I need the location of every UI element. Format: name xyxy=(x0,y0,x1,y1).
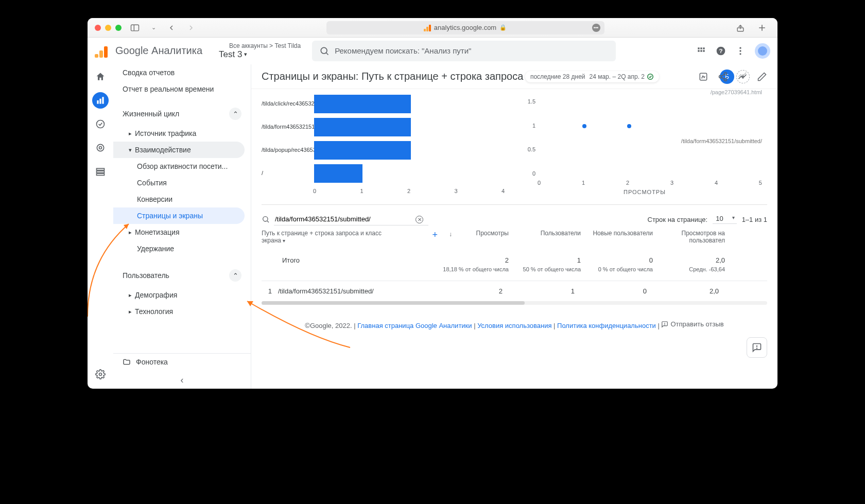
forward-button[interactable] xyxy=(184,22,198,33)
add-dimension-button[interactable]: + xyxy=(432,230,438,240)
sidebar-monetization[interactable]: ▸Монетизация xyxy=(113,224,251,240)
close-window-icon[interactable] xyxy=(95,25,101,31)
table-row[interactable]: 1 /tilda/form436532151/submitted/ 2 1 0 … xyxy=(262,281,767,301)
sidebar-eng-conversions[interactable]: Конверсии xyxy=(113,191,251,207)
col-new-users[interactable]: Новые пользователи xyxy=(586,230,658,237)
sidebar-realtime[interactable]: Отчет в реальном времени xyxy=(113,81,251,97)
col-users[interactable]: Пользователи xyxy=(514,230,586,237)
footer-feedback[interactable]: Отправить отзыв xyxy=(670,320,723,328)
search-placeholder: Рекомендуем поискать: "Анализ пути" xyxy=(335,46,471,55)
footer-link-terms[interactable]: Условия использования xyxy=(477,322,551,329)
edit-icon[interactable] xyxy=(757,72,767,82)
svg-point-36 xyxy=(724,78,727,81)
scatter-point xyxy=(582,124,586,128)
bar xyxy=(314,141,411,160)
svg-point-9 xyxy=(321,47,327,54)
table-total-row: Итого 218,18 % от общего числа 150 % от … xyxy=(262,248,767,281)
bar xyxy=(314,95,411,113)
rail-explore[interactable] xyxy=(92,116,109,132)
footer-link-home[interactable]: Главная страница Google Аналитики xyxy=(357,322,472,329)
project-selector[interactable]: Test 3 ▾ xyxy=(219,49,301,60)
more-vert-icon[interactable] xyxy=(735,46,746,56)
check-circle-icon xyxy=(647,73,654,80)
sidebar-eng-pages[interactable]: Страницы и экраны xyxy=(113,207,245,224)
svg-point-44 xyxy=(757,348,757,349)
bar-label: /tilda/form436532151/submi... xyxy=(262,124,313,130)
footer-link-privacy[interactable]: Политика конфиденциальности xyxy=(557,322,656,329)
rail-advertising[interactable] xyxy=(92,140,109,156)
sidebar-eng-events[interactable]: События xyxy=(113,175,251,191)
search-input[interactable]: Рекомендуем поискать: "Анализ пути" xyxy=(312,41,616,61)
apps-grid-icon[interactable] xyxy=(696,46,706,56)
collapse-sidebar-icon[interactable]: ‹ xyxy=(181,375,184,386)
bar-chart: /tilda/click/rec436532152/b... /tilda/fo… xyxy=(262,89,507,197)
svg-rect-24 xyxy=(102,97,103,103)
svg-line-10 xyxy=(326,53,328,55)
svg-rect-15 xyxy=(700,50,702,51)
date-range-chip[interactable]: последние 28 дней 24 мар. – 2Q апр. 2 xyxy=(525,71,659,82)
maximize-window-icon[interactable] xyxy=(115,25,122,31)
minimize-window-icon[interactable] xyxy=(105,25,111,31)
sidebar-traffic-source[interactable]: ▸Источник трафика xyxy=(113,125,251,142)
address-bar[interactable]: analytics.google.com 🔒 ••• xyxy=(326,21,604,34)
col-views[interactable]: ↓Просмотры xyxy=(442,230,514,237)
footer: ©Google, 2022. | Главная страница Google… xyxy=(251,305,777,335)
svg-rect-29 xyxy=(96,171,104,172)
sidebar-group-user[interactable]: Пользователь ⌃ xyxy=(113,264,251,287)
chevron-up-icon: ⌃ xyxy=(229,108,241,120)
svg-point-39 xyxy=(263,217,268,221)
window-controls[interactable] xyxy=(95,25,122,31)
brand-text[interactable]: Google Аналитика xyxy=(115,45,202,57)
scatter-y-axis: 1.510.50 xyxy=(522,98,535,177)
avatar[interactable] xyxy=(755,43,770,59)
rail-reports[interactable] xyxy=(92,92,109,109)
sidebar-demography[interactable]: ▸Демография xyxy=(113,287,251,303)
search-icon xyxy=(319,46,330,56)
ga-favicon-icon xyxy=(424,24,431,31)
rail-home[interactable] xyxy=(92,68,109,85)
back-button[interactable] xyxy=(164,22,179,33)
dimension-header[interactable]: Путь к странице + строка запроса и класс… xyxy=(262,230,401,244)
bar-label: /tilda/popup/rec436532153/... xyxy=(262,147,313,153)
col-views-per-user[interactable]: Просмотров на пользовател xyxy=(658,230,730,244)
share-icon[interactable] xyxy=(732,21,749,34)
rail-admin[interactable] xyxy=(92,366,109,383)
insights-icon[interactable] xyxy=(737,72,748,82)
svg-point-42 xyxy=(665,324,665,325)
customize-icon[interactable] xyxy=(698,72,708,82)
svg-point-19 xyxy=(739,47,741,48)
sidebar-retention[interactable]: Удержание xyxy=(113,240,251,257)
svg-point-21 xyxy=(739,53,741,55)
sort-down-icon: ↓ xyxy=(449,231,452,238)
sidebar-group-lifecycle[interactable]: Жизненный цикл ⌃ xyxy=(113,102,251,125)
svg-point-31 xyxy=(99,373,101,376)
new-tab-icon[interactable] xyxy=(754,21,770,34)
clear-search-icon[interactable]: ✕ xyxy=(416,216,423,223)
horizontal-scrollbar[interactable] xyxy=(262,301,767,305)
feedback-fab[interactable] xyxy=(747,337,767,358)
svg-rect-16 xyxy=(703,50,704,51)
sidebar-eng-overview[interactable]: Обзор активности посети... xyxy=(113,158,251,175)
sidebar-engagement[interactable]: ▾Взаимодействие xyxy=(113,142,245,158)
breadcrumb[interactable]: Все аккаунты > Test Tilda xyxy=(229,42,301,49)
extension-icon[interactable]: ••• xyxy=(592,24,600,32)
ga-logo-icon[interactable] xyxy=(95,44,108,58)
svg-point-34 xyxy=(724,72,727,75)
sidebar-library[interactable]: Фонотека xyxy=(113,353,251,370)
sidebar-technology[interactable]: ▸Технология xyxy=(113,303,251,320)
rail-configure[interactable] xyxy=(92,163,109,180)
table-search-input[interactable] xyxy=(274,213,428,225)
share-report-icon[interactable] xyxy=(718,72,728,82)
chart-annotation: /page27039641.html xyxy=(711,89,762,95)
sidebar-toggle-icon[interactable] xyxy=(127,21,143,34)
dropdown-chevron-icon[interactable]: ⌄ xyxy=(148,23,159,32)
chevron-down-icon: ▾ xyxy=(244,51,247,58)
sidebar-summary[interactable]: Сводка отчетов xyxy=(113,64,251,81)
bar xyxy=(314,164,362,183)
svg-point-25 xyxy=(96,120,104,128)
row-index: 1 xyxy=(262,287,278,295)
help-icon[interactable]: ? xyxy=(716,46,726,56)
svg-line-40 xyxy=(267,221,269,222)
chevron-up-icon: ⌃ xyxy=(229,269,241,282)
rows-per-page-select[interactable]: 10 xyxy=(713,215,736,224)
